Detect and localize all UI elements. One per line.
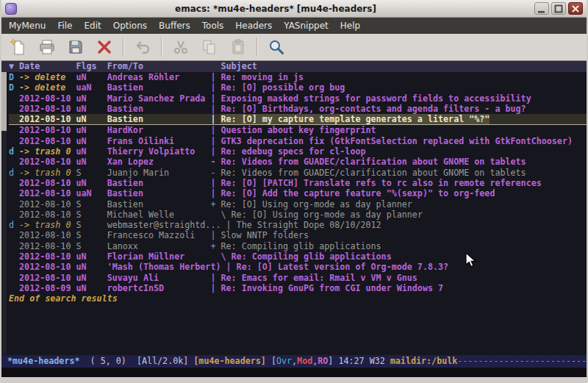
message-flags: uN: [76, 251, 107, 262]
message-subject: Re: [O] Birthdays, org-contacts and agen…: [220, 104, 526, 114]
message-from: Bastien: [107, 178, 211, 188]
message-row[interactable]: d -> trash 0 S Juanjo Marin - Re: Videos…: [9, 168, 587, 178]
message-subject: Re: Videos from GUADEC/clarification abo…: [220, 157, 526, 167]
modeline-segment: ( 5, 0): [80, 356, 137, 366]
message-flags: uN: [76, 262, 107, 272]
message-row[interactable]: d -> trash 0 uN Thierry Volpiatto | Re: …: [9, 146, 587, 157]
message-date: -> delete: [19, 72, 76, 82]
message-flags: S: [76, 199, 107, 210]
emacs-window: emacs: *mu4e-headers* [mu4e-headers] MyM…: [0, 0, 588, 383]
message-from: Thierry Volpiatto: [107, 146, 211, 157]
minimize-button[interactable]: [534, 2, 549, 15]
message-row[interactable]: 2012-08-10 S Lanoxx + Re: Compiling glib…: [9, 241, 587, 251]
message-row[interactable]: 2012-08-10 S Bastien + Re: [O] Using org…: [9, 199, 587, 210]
message-from: Bastien: [107, 104, 211, 114]
scrollbar-thumb[interactable]: [1, 72, 7, 131]
menu-yasnippet[interactable]: YASnippet: [278, 18, 334, 33]
thread-separator: |: [210, 125, 220, 135]
close-buffer-button[interactable]: [91, 36, 118, 58]
message-row[interactable]: 2012-08-10 S Michael Welle \ Re: [O] Usi…: [9, 210, 587, 220]
menu-file[interactable]: File: [51, 18, 78, 33]
message-row[interactable]: 2012-08-09 uN robertcInSD | Re: Invoking…: [9, 283, 587, 293]
message-mark: [9, 93, 19, 104]
message-from: Frans Oilinki: [107, 136, 211, 146]
message-row[interactable]: 2012-08-10 uN Bastien | Re: [O] Birthday…: [9, 104, 587, 114]
message-mark: [9, 210, 19, 220]
message-date: -> trash 0: [19, 146, 76, 157]
message-date: 2012-08-10: [19, 262, 76, 272]
message-flags: uaN: [76, 188, 107, 198]
message-row[interactable]: 2012-08-10 uaN Bastien | Re: [O] Add the…: [9, 188, 587, 198]
search-icon: [268, 38, 285, 56]
menu-headers[interactable]: Headers: [229, 18, 278, 33]
minimize-icon: [537, 4, 547, 14]
save-button[interactable]: [62, 36, 89, 58]
maximize-button[interactable]: [551, 2, 566, 15]
message-subject: Re: [O] Add the capture feature "%(sexp)…: [220, 188, 495, 198]
message-date: 2012-08-10: [19, 178, 76, 188]
message-row[interactable]: 2012-08-10 uN Frans Oilinki | GTK3 depre…: [9, 136, 587, 146]
cut-icon: [172, 38, 190, 56]
echo-area[interactable]: [1, 368, 587, 377]
print-button[interactable]: [34, 36, 60, 58]
message-flags: uN: [76, 136, 107, 146]
message-row[interactable]: 2012-08-10 uN Mario Sanchez Prada | Expo…: [9, 93, 587, 104]
message-row[interactable]: 2012-08-10 uN Bastien | Re: [O] [PATCH] …: [9, 178, 587, 188]
message-date: 2012-08-10: [19, 188, 76, 198]
message-flags: uN: [76, 104, 107, 114]
paste-button: [225, 36, 251, 58]
thread-separator: |: [210, 136, 220, 146]
menu-help[interactable]: Help: [334, 18, 366, 33]
message-subject: Re: Compiling glib applications: [220, 241, 381, 251]
thread-separator: \: [210, 210, 231, 220]
undo-button: [129, 36, 156, 58]
menu-options[interactable]: Options: [107, 18, 153, 33]
message-row[interactable]: D -> delete uaN Bastien | Re: [O] possib…: [9, 82, 587, 93]
message-flags: S: [76, 220, 107, 230]
message-subject: Question about key fingerprint: [220, 125, 376, 135]
cut-button: [168, 36, 194, 58]
message-from: HardKor: [107, 125, 211, 135]
message-flags: S: [76, 210, 107, 220]
message-row[interactable]: 2012-08-10 uN HardKor | Question about k…: [9, 125, 587, 135]
message-row[interactable]: D -> delete uN Andreas Röhler | Re: movi…: [9, 72, 587, 82]
thread-separator: |: [226, 220, 237, 230]
print-icon: [38, 38, 56, 56]
undo-icon: [134, 38, 151, 56]
message-row[interactable]: 2012-08-10 uN Bastien | Re: [O] my captu…: [9, 114, 587, 125]
message-from: Juanjo Marin: [107, 168, 211, 178]
search-button[interactable]: [263, 36, 290, 58]
close-button[interactable]: [568, 2, 583, 15]
menu-tools[interactable]: Tools: [196, 18, 230, 33]
message-mark: [9, 262, 19, 272]
message-mark: [9, 241, 19, 251]
message-from: webmaster@straightd...: [107, 220, 226, 230]
message-flags: uN: [76, 146, 107, 157]
message-from: Xan Lopez: [107, 157, 211, 167]
message-row[interactable]: d -> trash 0 S webmaster@straightd... | …: [9, 220, 587, 230]
message-flags: uaN: [76, 82, 107, 93]
message-mark: d: [9, 168, 19, 178]
message-row[interactable]: 2012-08-10 uN 'Mash (Thomas Herbert) | R…: [9, 262, 587, 272]
new-file-button[interactable]: [5, 36, 32, 58]
message-mark: D: [9, 82, 19, 93]
modeline-segment: Mod: [297, 356, 312, 366]
menu-edit[interactable]: Edit: [79, 18, 107, 33]
mode-line[interactable]: *mu4e-headers* ( 5, 0) [All/2.0k] [mu4e-…: [1, 355, 587, 368]
message-mark: [9, 230, 19, 240]
save-icon: [67, 38, 85, 56]
close-icon: [571, 4, 580, 13]
message-mark: [9, 199, 19, 210]
message-mark: [9, 251, 19, 262]
thread-separator: |: [210, 178, 220, 188]
message-row[interactable]: 2012-08-10 S Francesco Mazzoli | Slow NN…: [9, 230, 587, 240]
scrollbar[interactable]: [1, 72, 7, 354]
menu-mymenu[interactable]: MyMenu: [3, 18, 51, 33]
modeline-segment: *mu4e-headers*: [7, 356, 80, 366]
message-row[interactable]: 2012-08-10 uN Xan Lopez - Re: Videos fro…: [9, 157, 587, 167]
message-row[interactable]: 2012-08-10 uN Suvayu Ali | Re: Emacs for…: [9, 273, 587, 283]
message-mark: [9, 178, 19, 188]
message-mark: d: [9, 146, 19, 157]
message-row[interactable]: 2012-08-10 uN Florian Müllner \ Re: Comp…: [9, 251, 587, 262]
menu-buffers[interactable]: Buffers: [153, 18, 196, 33]
